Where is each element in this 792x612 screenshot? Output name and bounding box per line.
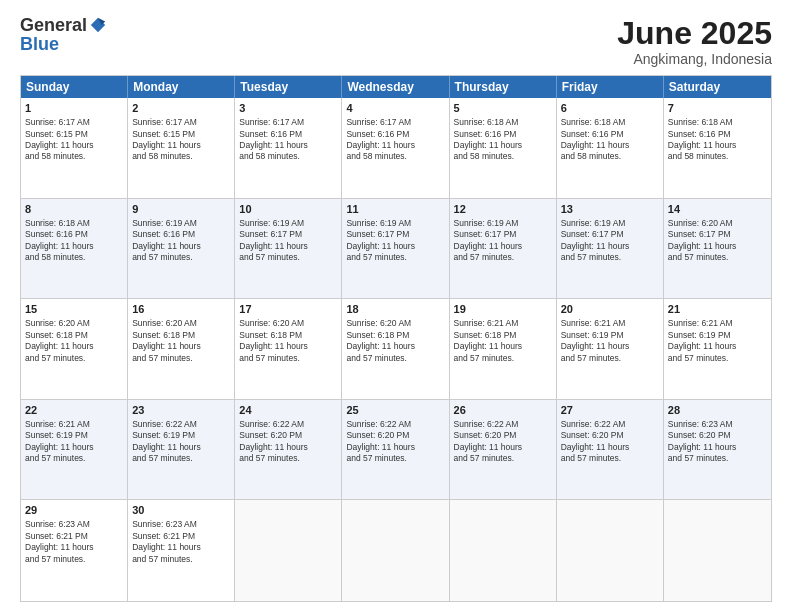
cal-cell-1-1: 9Sunrise: 6:19 AM Sunset: 6:16 PM Daylig… [128, 199, 235, 299]
day-number: 13 [561, 202, 659, 217]
month-title: June 2025 [617, 16, 772, 51]
cal-cell-1-5: 13Sunrise: 6:19 AM Sunset: 6:17 PM Dayli… [557, 199, 664, 299]
day-number: 20 [561, 302, 659, 317]
header-day-sunday: Sunday [21, 76, 128, 98]
day-number: 23 [132, 403, 230, 418]
day-number: 27 [561, 403, 659, 418]
cal-cell-3-1: 23Sunrise: 6:22 AM Sunset: 6:19 PM Dayli… [128, 400, 235, 500]
day-number: 19 [454, 302, 552, 317]
cal-cell-0-1: 2Sunrise: 6:17 AM Sunset: 6:15 PM Daylig… [128, 98, 235, 198]
cal-cell-2-2: 17Sunrise: 6:20 AM Sunset: 6:18 PM Dayli… [235, 299, 342, 399]
cell-text: Sunrise: 6:17 AM Sunset: 6:16 PM Dayligh… [239, 117, 337, 163]
svg-marker-0 [91, 18, 105, 32]
day-number: 29 [25, 503, 123, 518]
day-number: 11 [346, 202, 444, 217]
header-day-friday: Friday [557, 76, 664, 98]
cal-cell-1-3: 11Sunrise: 6:19 AM Sunset: 6:17 PM Dayli… [342, 199, 449, 299]
cal-cell-3-3: 25Sunrise: 6:22 AM Sunset: 6:20 PM Dayli… [342, 400, 449, 500]
cal-cell-1-6: 14Sunrise: 6:20 AM Sunset: 6:17 PM Dayli… [664, 199, 771, 299]
cal-cell-4-3 [342, 500, 449, 601]
cell-text: Sunrise: 6:17 AM Sunset: 6:15 PM Dayligh… [25, 117, 123, 163]
cell-text: Sunrise: 6:21 AM Sunset: 6:18 PM Dayligh… [454, 318, 552, 364]
cell-text: Sunrise: 6:19 AM Sunset: 6:17 PM Dayligh… [454, 218, 552, 264]
cal-cell-0-3: 4Sunrise: 6:17 AM Sunset: 6:16 PM Daylig… [342, 98, 449, 198]
header-day-tuesday: Tuesday [235, 76, 342, 98]
day-number: 28 [668, 403, 767, 418]
logo-icon [89, 16, 107, 34]
cell-text: Sunrise: 6:22 AM Sunset: 6:20 PM Dayligh… [239, 419, 337, 465]
day-number: 7 [668, 101, 767, 116]
cell-text: Sunrise: 6:19 AM Sunset: 6:16 PM Dayligh… [132, 218, 230, 264]
cell-text: Sunrise: 6:22 AM Sunset: 6:20 PM Dayligh… [454, 419, 552, 465]
cell-text: Sunrise: 6:17 AM Sunset: 6:16 PM Dayligh… [346, 117, 444, 163]
logo-blue: Blue [20, 34, 59, 55]
cell-text: Sunrise: 6:22 AM Sunset: 6:20 PM Dayligh… [346, 419, 444, 465]
page: General Blue June 2025 Angkimang, Indone… [0, 0, 792, 612]
week-row-4: 29Sunrise: 6:23 AM Sunset: 6:21 PM Dayli… [21, 500, 771, 601]
day-number: 14 [668, 202, 767, 217]
cal-cell-3-2: 24Sunrise: 6:22 AM Sunset: 6:20 PM Dayli… [235, 400, 342, 500]
cal-cell-0-2: 3Sunrise: 6:17 AM Sunset: 6:16 PM Daylig… [235, 98, 342, 198]
cell-text: Sunrise: 6:23 AM Sunset: 6:20 PM Dayligh… [668, 419, 767, 465]
cell-text: Sunrise: 6:20 AM Sunset: 6:18 PM Dayligh… [346, 318, 444, 364]
logo: General Blue [20, 16, 107, 55]
cal-cell-4-6 [664, 500, 771, 601]
cell-text: Sunrise: 6:18 AM Sunset: 6:16 PM Dayligh… [454, 117, 552, 163]
day-number: 6 [561, 101, 659, 116]
cell-text: Sunrise: 6:18 AM Sunset: 6:16 PM Dayligh… [668, 117, 767, 163]
cal-cell-4-2 [235, 500, 342, 601]
week-row-2: 15Sunrise: 6:20 AM Sunset: 6:18 PM Dayli… [21, 299, 771, 400]
cal-cell-4-1: 30Sunrise: 6:23 AM Sunset: 6:21 PM Dayli… [128, 500, 235, 601]
cell-text: Sunrise: 6:20 AM Sunset: 6:18 PM Dayligh… [239, 318, 337, 364]
day-number: 1 [25, 101, 123, 116]
day-number: 8 [25, 202, 123, 217]
cal-cell-0-6: 7Sunrise: 6:18 AM Sunset: 6:16 PM Daylig… [664, 98, 771, 198]
cal-cell-2-3: 18Sunrise: 6:20 AM Sunset: 6:18 PM Dayli… [342, 299, 449, 399]
cal-cell-3-0: 22Sunrise: 6:21 AM Sunset: 6:19 PM Dayli… [21, 400, 128, 500]
cal-cell-3-6: 28Sunrise: 6:23 AM Sunset: 6:20 PM Dayli… [664, 400, 771, 500]
header-day-monday: Monday [128, 76, 235, 98]
day-number: 16 [132, 302, 230, 317]
day-number: 5 [454, 101, 552, 116]
cell-text: Sunrise: 6:20 AM Sunset: 6:18 PM Dayligh… [132, 318, 230, 364]
title-block: June 2025 Angkimang, Indonesia [617, 16, 772, 67]
day-number: 15 [25, 302, 123, 317]
cal-cell-2-4: 19Sunrise: 6:21 AM Sunset: 6:18 PM Dayli… [450, 299, 557, 399]
cal-cell-2-6: 21Sunrise: 6:21 AM Sunset: 6:19 PM Dayli… [664, 299, 771, 399]
cell-text: Sunrise: 6:21 AM Sunset: 6:19 PM Dayligh… [561, 318, 659, 364]
cell-text: Sunrise: 6:20 AM Sunset: 6:18 PM Dayligh… [25, 318, 123, 364]
calendar-header: SundayMondayTuesdayWednesdayThursdayFrid… [21, 76, 771, 98]
day-number: 25 [346, 403, 444, 418]
day-number: 30 [132, 503, 230, 518]
cell-text: Sunrise: 6:22 AM Sunset: 6:20 PM Dayligh… [561, 419, 659, 465]
week-row-0: 1Sunrise: 6:17 AM Sunset: 6:15 PM Daylig… [21, 98, 771, 199]
cell-text: Sunrise: 6:18 AM Sunset: 6:16 PM Dayligh… [561, 117, 659, 163]
cal-cell-1-2: 10Sunrise: 6:19 AM Sunset: 6:17 PM Dayli… [235, 199, 342, 299]
cal-cell-3-5: 27Sunrise: 6:22 AM Sunset: 6:20 PM Dayli… [557, 400, 664, 500]
cell-text: Sunrise: 6:19 AM Sunset: 6:17 PM Dayligh… [346, 218, 444, 264]
header-day-thursday: Thursday [450, 76, 557, 98]
cell-text: Sunrise: 6:21 AM Sunset: 6:19 PM Dayligh… [25, 419, 123, 465]
cal-cell-3-4: 26Sunrise: 6:22 AM Sunset: 6:20 PM Dayli… [450, 400, 557, 500]
cal-cell-2-5: 20Sunrise: 6:21 AM Sunset: 6:19 PM Dayli… [557, 299, 664, 399]
cal-cell-4-5 [557, 500, 664, 601]
cal-cell-1-0: 8Sunrise: 6:18 AM Sunset: 6:16 PM Daylig… [21, 199, 128, 299]
week-row-1: 8Sunrise: 6:18 AM Sunset: 6:16 PM Daylig… [21, 199, 771, 300]
day-number: 9 [132, 202, 230, 217]
cell-text: Sunrise: 6:23 AM Sunset: 6:21 PM Dayligh… [25, 519, 123, 565]
day-number: 21 [668, 302, 767, 317]
cell-text: Sunrise: 6:23 AM Sunset: 6:21 PM Dayligh… [132, 519, 230, 565]
cell-text: Sunrise: 6:22 AM Sunset: 6:19 PM Dayligh… [132, 419, 230, 465]
day-number: 2 [132, 101, 230, 116]
day-number: 24 [239, 403, 337, 418]
cal-cell-2-0: 15Sunrise: 6:20 AM Sunset: 6:18 PM Dayli… [21, 299, 128, 399]
subtitle: Angkimang, Indonesia [617, 51, 772, 67]
cell-text: Sunrise: 6:17 AM Sunset: 6:15 PM Dayligh… [132, 117, 230, 163]
cal-cell-4-0: 29Sunrise: 6:23 AM Sunset: 6:21 PM Dayli… [21, 500, 128, 601]
cal-cell-0-0: 1Sunrise: 6:17 AM Sunset: 6:15 PM Daylig… [21, 98, 128, 198]
cal-cell-4-4 [450, 500, 557, 601]
cal-cell-2-1: 16Sunrise: 6:20 AM Sunset: 6:18 PM Dayli… [128, 299, 235, 399]
cell-text: Sunrise: 6:20 AM Sunset: 6:17 PM Dayligh… [668, 218, 767, 264]
header-day-saturday: Saturday [664, 76, 771, 98]
cell-text: Sunrise: 6:19 AM Sunset: 6:17 PM Dayligh… [561, 218, 659, 264]
